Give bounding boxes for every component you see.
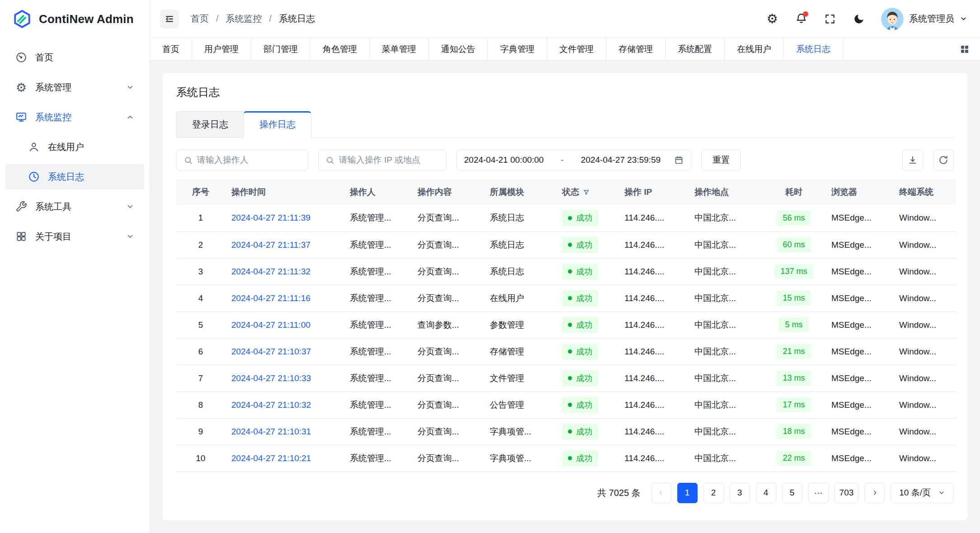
cell-ip: 114.246.... [618, 365, 688, 391]
timestamp-link[interactable]: 2024-04-27 21:10:32 [231, 400, 311, 410]
ip-search-input[interactable] [339, 155, 439, 165]
duration-badge: 56 ms [777, 211, 811, 226]
cell-index: 4 [176, 285, 225, 311]
chevron-down-icon [126, 83, 134, 91]
tab-role-management[interactable]: 角色管理 [310, 38, 370, 60]
cell-browser: MSEdge... [825, 418, 893, 445]
sidebar-item-label: 系统日志 [48, 171, 134, 183]
cell-location: 中国北京... [688, 285, 763, 311]
cell-os: Window... [893, 258, 956, 285]
tab-menu-management[interactable]: 菜单管理 [370, 38, 429, 60]
page-button-4[interactable]: 4 [756, 483, 776, 503]
chevron-down-icon [126, 232, 134, 241]
cell-content: 分页查询... [411, 258, 483, 285]
tab-file-management[interactable]: 文件管理 [547, 38, 606, 60]
timestamp-link[interactable]: 2024-04-27 21:10:37 [231, 347, 311, 356]
breadcrumb-system-monitor[interactable]: 系统监控 [226, 13, 262, 25]
reset-button[interactable]: 重置 [701, 150, 741, 170]
sidebar-item-home[interactable]: 首页 [5, 45, 144, 70]
sidebar-menu: 首页 ⚙ 系统管理 系统监控 [0, 38, 150, 256]
sidebar-item-system-log[interactable]: 系统日志 [5, 164, 144, 189]
tab-dict-management[interactable]: 字典管理 [488, 38, 547, 60]
cell-browser: MSEdge... [825, 311, 893, 338]
tab-user-management[interactable]: 用户管理 [192, 38, 251, 60]
cell-duration: 18 ms [763, 418, 825, 445]
gear-icon: ⚙ [15, 81, 27, 93]
sidebar-item-online-users[interactable]: 在线用户 [5, 134, 144, 160]
download-icon[interactable] [902, 150, 923, 170]
page-button-2[interactable]: 2 [703, 483, 724, 503]
status-badge: 成功 [562, 370, 598, 387]
timestamp-link[interactable]: 2024-04-27 21:11:16 [231, 293, 310, 303]
cell-time: 2024-04-27 21:11:16 [225, 285, 343, 311]
page-button-1[interactable]: 1 [677, 483, 698, 503]
status-text: 成功 [576, 346, 592, 357]
table-row: 1 2024-04-27 21:11:39 系统管理... 分页查询... 系统… [176, 205, 956, 231]
tab-storage-management[interactable]: 存储管理 [606, 38, 666, 60]
date-range-picker[interactable]: 2024-04-21 00:00:00 - 2024-04-27 23:59:5… [456, 150, 691, 170]
status-badge: 成功 [562, 290, 598, 307]
timestamp-link[interactable]: 2024-04-27 21:11:39 [231, 213, 310, 222]
page-button-5[interactable]: 5 [782, 483, 802, 503]
timestamp-link[interactable]: 2024-04-27 21:11:00 [231, 320, 310, 330]
status-badge: 成功 [562, 237, 598, 253]
page-size-select[interactable]: 10 条/页 [891, 483, 954, 503]
user-menu[interactable]: 系统管理员 [881, 8, 967, 30]
search-icon [184, 156, 192, 165]
col-browser: 浏览器 [825, 179, 893, 205]
apps-grid-icon[interactable] [949, 38, 980, 60]
page-button-3[interactable]: 3 [730, 483, 750, 503]
tab-login-log[interactable]: 登录日志 [176, 111, 244, 137]
chevron-up-icon [126, 113, 134, 121]
tab-notice[interactable]: 通知公告 [429, 38, 488, 60]
user-name: 系统管理员 [909, 13, 954, 25]
sidebar-item-system-tools[interactable]: 系统工具 [5, 194, 144, 219]
table-row: 2 2024-04-27 21:11:37 系统管理... 分页查询... 系统… [176, 231, 956, 258]
cell-status: 成功 [556, 391, 618, 418]
timestamp-link[interactable]: 2024-04-27 21:11:37 [231, 240, 310, 250]
page-button-703[interactable]: 703 [835, 483, 859, 503]
table-row: 5 2024-04-27 21:11:00 系统管理... 查询参数... 参数… [176, 311, 956, 338]
tab-department-management[interactable]: 部门管理 [251, 38, 310, 60]
cell-index: 8 [176, 391, 225, 418]
cell-os: Window... [893, 231, 956, 258]
logo[interactable]: ContiNew Admin [0, 0, 150, 38]
cell-location: 中国北京... [688, 258, 763, 285]
menu-fold-icon[interactable] [160, 9, 179, 28]
sidebar-item-about-project[interactable]: 关于项目 [5, 224, 144, 249]
breadcrumb-home[interactable]: 首页 [191, 13, 209, 25]
sidebar-item-system-management[interactable]: ⚙ 系统管理 [5, 75, 144, 100]
timestamp-link[interactable]: 2024-04-27 21:10:33 [231, 373, 311, 383]
table-row: 9 2024-04-27 21:10:31 系统管理... 分页查询... 字典… [176, 418, 956, 445]
tab-home[interactable]: 首页 [150, 38, 192, 60]
timestamp-link[interactable]: 2024-04-27 21:10:21 [231, 453, 311, 463]
date-end: 2024-04-27 23:59:59 [581, 155, 661, 165]
tab-system-config[interactable]: 系统配置 [666, 38, 725, 60]
moon-icon[interactable] [852, 12, 866, 26]
cell-duration: 13 ms [763, 365, 825, 391]
tab-online-users[interactable]: 在线用户 [725, 38, 784, 60]
tab-system-log[interactable]: 系统日志 [784, 38, 843, 60]
app-window: ContiNew Admin 首页 ⚙ 系统管理 [0, 0, 980, 533]
tab-operation-log[interactable]: 操作日志 [244, 111, 311, 138]
status-badge: 成功 [562, 264, 598, 280]
gear-icon[interactable]: ⚙ [765, 12, 779, 26]
fullscreen-icon[interactable] [823, 12, 837, 26]
table-body: 1 2024-04-27 21:11:39 系统管理... 分页查询... 系统… [176, 205, 956, 472]
col-operator: 操作人 [343, 179, 411, 205]
sidebar-item-system-monitor[interactable]: 系统监控 [5, 104, 144, 130]
status-badge: 成功 [562, 317, 598, 333]
bell-icon[interactable] [794, 12, 808, 26]
cell-os: Window... [893, 338, 956, 365]
cell-time: 2024-04-27 21:11:00 [225, 311, 343, 338]
refresh-icon[interactable] [933, 150, 954, 170]
timestamp-link[interactable]: 2024-04-27 21:10:31 [231, 427, 311, 436]
filter-funnel-icon[interactable] [583, 189, 590, 196]
timestamp-link[interactable]: 2024-04-27 21:11:32 [231, 267, 310, 276]
prev-page-button[interactable] [651, 483, 671, 503]
next-page-button[interactable] [864, 483, 885, 503]
page-ellipsis-button[interactable]: ··· [808, 483, 829, 503]
operator-search-input[interactable] [197, 155, 300, 165]
cell-os: Window... [893, 205, 956, 231]
cell-duration: 60 ms [763, 231, 825, 258]
